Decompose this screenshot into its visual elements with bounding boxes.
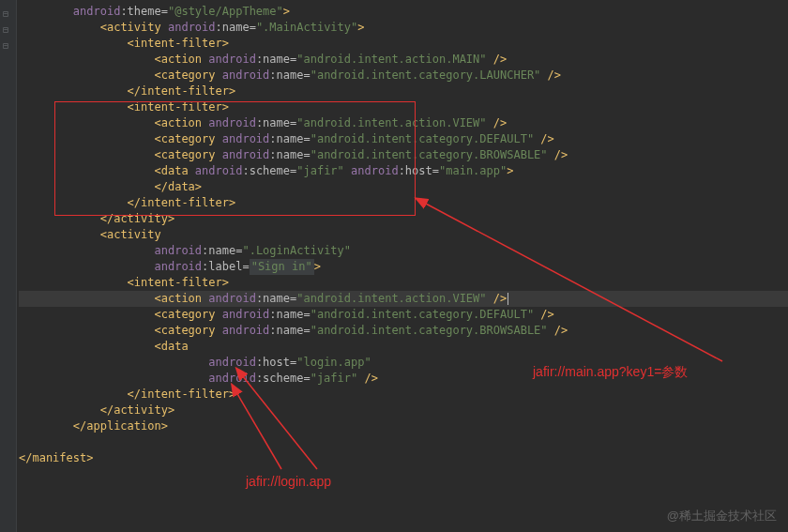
annotation-login-app: jafir://login.app	[246, 474, 331, 489]
code-line[interactable]: </intent-filter>	[19, 195, 788, 211]
watermark: @稀土掘金技术社区	[667, 508, 777, 524]
editor-gutter: ⊟⊟⊟	[0, 0, 17, 532]
code-line[interactable]: <action android:name="android.intent.act…	[19, 52, 788, 68]
fold-marks: ⊟⊟⊟	[3, 6, 8, 53]
code-line[interactable]: </intent-filter>	[19, 387, 788, 403]
code-line[interactable]: android:host="login.app"	[19, 355, 788, 371]
code-line[interactable]: <category android:name="android.intent.c…	[19, 323, 788, 339]
code-line[interactable]: </manifest>	[19, 450, 788, 466]
code-line[interactable]: <intent-filter>	[19, 36, 788, 52]
code-editor[interactable]: android:theme="@style/AppTheme"> <activi…	[19, 0, 788, 466]
code-line[interactable]: android:name=".LoginActivity"	[19, 243, 788, 259]
code-line[interactable]: <category android:name="android.intent.c…	[19, 147, 788, 163]
code-line[interactable]: android:scheme="jafir" />	[19, 371, 788, 387]
code-line[interactable]: <intent-filter>	[19, 99, 788, 115]
code-line[interactable]: <data android:scheme="jafir" android:hos…	[19, 163, 788, 179]
code-line[interactable]: <activity	[19, 227, 788, 243]
code-line[interactable]	[19, 434, 788, 450]
code-line[interactable]: <data	[19, 339, 788, 355]
code-line[interactable]: <action android:name="android.intent.act…	[19, 291, 788, 307]
code-line[interactable]: android:theme="@style/AppTheme">	[19, 4, 788, 20]
code-line[interactable]: <intent-filter>	[19, 275, 788, 291]
code-line[interactable]: android:label="Sign in">	[19, 259, 788, 275]
code-line[interactable]: </activity>	[19, 211, 788, 227]
code-line[interactable]: </data>	[19, 179, 788, 195]
code-line[interactable]: </intent-filter>	[19, 84, 788, 99]
code-line[interactable]: <category android:name="android.intent.c…	[19, 131, 788, 147]
code-line[interactable]: </application>	[19, 418, 788, 434]
code-line[interactable]: <activity android:name=".MainActivity">	[19, 20, 788, 36]
code-line[interactable]: <action android:name="android.intent.act…	[19, 115, 788, 131]
code-line[interactable]: </activity>	[19, 403, 788, 418]
code-line[interactable]: <category android:name="android.intent.c…	[19, 68, 788, 84]
code-line[interactable]: <category android:name="android.intent.c…	[19, 307, 788, 323]
